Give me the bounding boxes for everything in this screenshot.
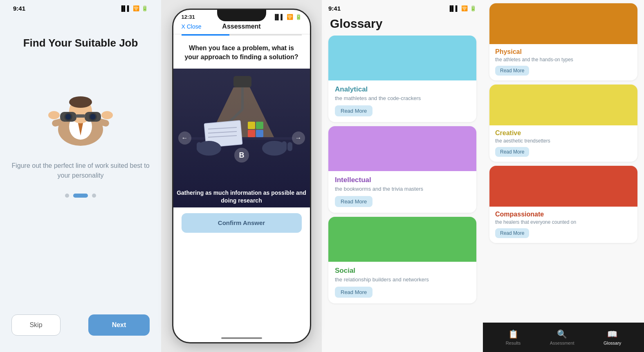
screen4-card-creative: Creative the aesthetic trendsetters Read…	[489, 85, 637, 162]
assessment-illustration: B ← → Gathering as much information as p…	[173, 69, 310, 207]
answer-arrows: ← →	[173, 131, 310, 145]
assessment-nav-title: Assessment	[222, 23, 260, 30]
results-label: Results	[506, 341, 521, 345]
status-bar-1: 9:41 ▐▌▌ 🛜 🔋	[10, 0, 151, 12]
status-icons-1: ▐▌▌ 🛜 🔋	[119, 5, 148, 11]
nav-results[interactable]: 📋 Results	[506, 329, 521, 345]
glossary-label: Glossary	[604, 341, 621, 345]
home-indicator	[221, 337, 262, 339]
intellectual-read-more[interactable]: Read More	[335, 196, 372, 207]
battery-3: 🔋	[470, 5, 476, 11]
svg-point-7	[48, 111, 60, 119]
time-3: 9:41	[328, 5, 341, 12]
social-desc: the relationship builders and networkers	[335, 276, 470, 283]
analytical-desc: the mathletes and the code-crackers	[335, 95, 470, 101]
social-read-more[interactable]: Read More	[335, 287, 372, 298]
screen4-list: Physical the athletes and the hands-on t…	[483, 0, 644, 323]
svg-text:B: B	[239, 151, 244, 159]
skip-button[interactable]: Skip	[11, 314, 61, 336]
svg-point-4	[69, 96, 92, 108]
glossary-card-intellectual: Intellectual the bookworms and the trivi…	[328, 126, 476, 213]
status-icons-3: ▐▌▌ 🛜 🔋	[448, 5, 476, 11]
creative-image	[489, 85, 637, 125]
svg-point-8	[101, 111, 113, 119]
physical-name: Physical	[495, 48, 632, 56]
physical-body: Physical the athletes and the hands-on t…	[489, 44, 637, 80]
close-button[interactable]: X Close	[182, 23, 202, 30]
social-name: Social	[335, 267, 470, 275]
binoculars-illustration	[40, 66, 121, 148]
onboarding-buttons: Skip Next	[10, 314, 151, 336]
answer-description: Gathering as much information as possibl…	[173, 189, 310, 205]
screen-onboarding: 9:41 ▐▌▌ 🛜 🔋 Find Your Suitable Job	[0, 0, 161, 352]
confirm-answer-button[interactable]: Confirm Answer	[182, 213, 302, 233]
status-bar-3: 9:41 ▐▌▌ 🛜 🔋	[322, 0, 483, 13]
analytical-image	[328, 36, 476, 80]
intellectual-image	[328, 126, 476, 171]
phone-wifi: 🛜	[287, 14, 293, 20]
creative-body: Creative the aesthetic trendsetters Read…	[489, 125, 637, 162]
next-button[interactable]: Next	[88, 314, 150, 336]
next-answer-button[interactable]: →	[292, 131, 305, 145]
phone-nav-bar: X Close Assessment	[173, 20, 310, 34]
analytical-name: Analytical	[335, 85, 470, 94]
wifi-icon: 🛜	[133, 5, 139, 11]
nav-assessment[interactable]: 🔍 Assessment	[550, 329, 574, 345]
phone-notch	[217, 10, 266, 21]
svg-rect-26	[248, 122, 255, 129]
glossary-list: Analytical the mathletes and the code-cr…	[322, 36, 483, 352]
progress-dots	[65, 194, 96, 198]
onboarding-title: Find Your Suitable Job	[23, 36, 138, 50]
screen-assessment-wrapper: 12:31 ▐▌▌ 🛜 🔋 X Close Assessment When yo…	[161, 0, 322, 352]
analytical-read-more[interactable]: Read More	[335, 105, 372, 116]
intellectual-body: Intellectual the bookworms and the trivi…	[328, 171, 476, 213]
creative-desc: the aesthetic trendsetters	[495, 138, 632, 144]
screen-glossary-2: Physical the athletes and the hands-on t…	[483, 0, 644, 352]
phone-mockup: 12:31 ▐▌▌ 🛜 🔋 X Close Assessment When yo…	[172, 9, 311, 343]
svg-rect-15	[76, 114, 85, 118]
compassionate-image	[489, 166, 637, 207]
phone-time: 12:31	[182, 14, 195, 20]
battery-icon: 🔋	[141, 5, 148, 11]
compassionate-body: Compassionate the healers that everyone …	[489, 207, 637, 243]
assessment-label: Assessment	[550, 341, 574, 345]
wifi-3: 🛜	[461, 5, 468, 11]
phone-signal: ▐▌▌	[273, 14, 285, 20]
glossary-icon: 📖	[608, 329, 617, 339]
intellectual-name: Intellectual	[335, 176, 470, 184]
compassionate-read-more[interactable]: Read More	[495, 228, 529, 238]
prev-answer-button[interactable]: ←	[178, 131, 191, 145]
dot-2-active	[73, 194, 88, 198]
dot-1	[65, 194, 69, 198]
signal-3: ▐▌▌	[448, 5, 459, 11]
physical-read-more[interactable]: Read More	[495, 66, 529, 76]
creative-read-more[interactable]: Read More	[495, 147, 529, 157]
svg-rect-16	[233, 76, 251, 87]
screen4-card-compassionate: Compassionate the healers that everyone …	[489, 166, 637, 243]
nav-glossary[interactable]: 📖 Glossary	[604, 329, 621, 345]
results-icon: 📋	[508, 329, 518, 339]
glossary-card-analytical: Analytical the mathletes and the code-cr…	[328, 36, 476, 122]
compassionate-desc: the healers that everyone counted on	[495, 219, 632, 225]
compassionate-name: Compassionate	[495, 211, 632, 218]
social-body: Social the relationship builders and net…	[328, 262, 476, 303]
svg-point-11	[65, 114, 71, 120]
svg-point-14	[90, 114, 96, 120]
phone-status-icons: ▐▌▌ 🛜 🔋	[273, 14, 302, 20]
onboarding-subtitle: Figure out the perfect line of work suit…	[10, 161, 151, 180]
assessment-icon: 🔍	[557, 329, 567, 339]
dot-3	[92, 194, 96, 198]
intellectual-desc: the bookworms and the trivia masters	[335, 186, 470, 192]
bottom-navigation: 📋 Results 🔍 Assessment 📖 Glossary	[483, 323, 644, 352]
glossary-card-social: Social the relationship builders and net…	[328, 217, 476, 303]
screen-glossary: 9:41 ▐▌▌ 🛜 🔋 Glossary Analytical the mat…	[322, 0, 483, 352]
screen4-card-physical: Physical the athletes and the hands-on t…	[489, 3, 637, 80]
phone-battery: 🔋	[295, 14, 302, 20]
svg-rect-27	[256, 122, 263, 129]
social-image	[328, 217, 476, 262]
creative-name: Creative	[495, 129, 632, 137]
physical-image	[489, 3, 637, 44]
glossary-title: Glossary	[322, 13, 483, 36]
physical-desc: the athletes and the hands-on types	[495, 57, 632, 62]
time-1: 9:41	[13, 5, 25, 12]
